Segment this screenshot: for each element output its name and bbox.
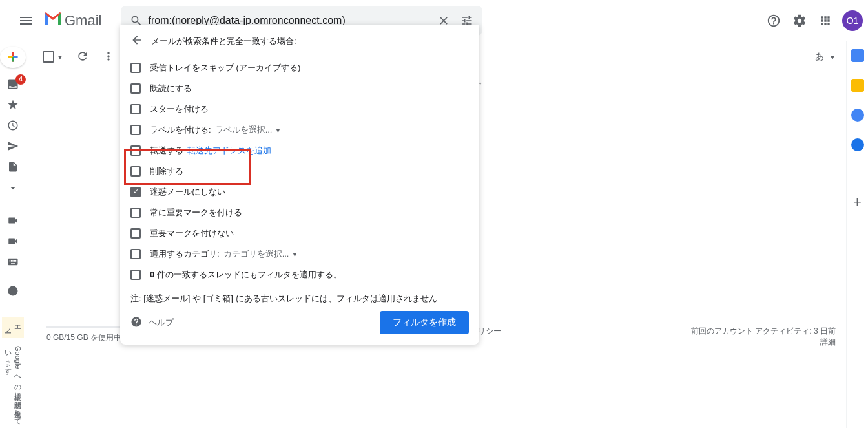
filter-title: メールが検索条件と完全一致する場合:: [151, 36, 296, 47]
input-indicator[interactable]: あ: [815, 51, 824, 63]
arrow-back-icon: [130, 34, 143, 47]
snoozed-nav[interactable]: [3, 117, 23, 134]
svg-rect-0: [8, 239, 15, 244]
keep-app[interactable]: [851, 79, 864, 92]
calendar-app[interactable]: [851, 49, 864, 62]
tasks-app[interactable]: [851, 109, 864, 122]
filter-panel: メールが検索条件と完全一致する場合: 受信トレイをスキップ (アーカイブする) …: [120, 25, 479, 345]
label-dropdown-icon[interactable]: ▼: [274, 127, 281, 134]
apply-existing-checkbox[interactable]: [130, 270, 141, 280]
keyboard-icon: [7, 256, 19, 268]
apply-existing-label: 0 件の一致するスレッドにもフィルタを適用する。: [150, 269, 342, 281]
filter-note: 注: [迷惑メール] や [ゴミ箱] にある古いスレッドには、フィルタは適用され…: [130, 293, 469, 305]
error-label: エラー: [2, 317, 24, 338]
right-sidebar: +: [846, 41, 868, 428]
apply-label-label: ラベルを付ける:: [150, 124, 211, 136]
categorize-label: 適用するカテゴリ:: [150, 248, 220, 260]
keyboard-nav[interactable]: [3, 253, 23, 270]
chevron-down-icon: [7, 182, 19, 194]
label-select[interactable]: ラベルを選択...: [215, 124, 273, 136]
starred-nav[interactable]: [3, 96, 23, 113]
select-dropdown[interactable]: ▼: [57, 54, 63, 61]
inbox-badge: 4: [16, 74, 26, 85]
help-link[interactable]: ヘルプ: [149, 317, 174, 328]
sent-nav[interactable]: [3, 138, 23, 155]
main-menu-button[interactable]: [10, 5, 41, 36]
skip-inbox-checkbox[interactable]: [130, 63, 141, 73]
hamburger-icon: [18, 13, 34, 28]
connection-msg: Google への接続に問題が発生しています: [3, 346, 23, 428]
support-button[interactable]: [761, 8, 787, 34]
always-important-label: 常に重要マークを付ける: [150, 207, 242, 219]
clock-icon: [7, 120, 19, 131]
details-link[interactable]: 詳細: [691, 337, 836, 348]
back-button[interactable]: [130, 34, 143, 48]
more-nav[interactable]: [3, 180, 23, 197]
create-filter-button[interactable]: フィルタを作成: [380, 311, 469, 334]
category-dropdown-icon[interactable]: ▼: [291, 251, 298, 258]
drafts-nav[interactable]: [3, 158, 23, 175]
help-circle-icon: [130, 316, 142, 328]
mark-read-checkbox[interactable]: [130, 83, 141, 94]
activity-text: 前回のアカウント アクティビティ: 3 日前: [691, 326, 836, 337]
apps-grid-icon: [819, 14, 832, 27]
plus-icon: [5, 48, 21, 65]
footer-activity: 前回のアカウント アクティビティ: 3 日前 詳細: [691, 326, 836, 348]
more-vert-icon: [102, 50, 115, 63]
help-icon[interactable]: [130, 316, 142, 330]
hangouts-nav[interactable]: [3, 283, 23, 299]
gmail-logo-text: Gmail: [65, 12, 101, 29]
chat-icon: [7, 285, 19, 297]
skip-inbox-label: 受信トレイをスキップ (アーカイブする): [150, 62, 300, 74]
never-spam-checkbox[interactable]: [130, 187, 141, 197]
gear-icon: [792, 14, 807, 28]
refresh-button[interactable]: [76, 50, 89, 65]
always-important-checkbox[interactable]: [130, 208, 141, 218]
star-icon: [7, 99, 19, 111]
left-sidebar: 4 エラー Google への接続に問題が発生しています: [0, 41, 26, 428]
send-icon: [7, 140, 19, 152]
input-dropdown[interactable]: ▼: [829, 54, 836, 61]
meet-new-nav[interactable]: [3, 212, 23, 229]
more-button[interactable]: [102, 50, 115, 65]
add-app-button[interactable]: +: [853, 194, 862, 211]
never-important-checkbox[interactable]: [130, 228, 141, 239]
gmail-logo[interactable]: Gmail: [44, 12, 101, 30]
category-select[interactable]: カテゴリを選択...: [223, 248, 289, 260]
compose-button[interactable]: [0, 47, 26, 68]
meet-join-nav[interactable]: [3, 233, 23, 250]
help-icon: [767, 14, 781, 28]
mark-read-label: 既読にする: [150, 83, 192, 94]
never-spam-label: 迷惑メールにしない: [150, 186, 225, 198]
settings-button[interactable]: [787, 8, 812, 34]
refresh-icon: [76, 50, 89, 63]
videocam2-icon: [7, 235, 19, 247]
inbox-nav[interactable]: 4: [3, 76, 23, 92]
svg-point-1: [8, 286, 18, 296]
file-icon: [7, 161, 19, 173]
videocam-icon: [7, 215, 19, 226]
star-label: スターを付ける: [150, 103, 209, 115]
categorize-checkbox[interactable]: [130, 249, 141, 259]
star-checkbox[interactable]: [130, 104, 141, 114]
gmail-m-icon: [44, 12, 62, 30]
account-avatar[interactable]: O1: [842, 10, 863, 31]
apps-button[interactable]: [812, 8, 838, 34]
highlight-annotation: [124, 149, 251, 185]
storage-text: 0 GB/15 GB を使用中: [46, 333, 121, 342]
never-important-label: 重要マークを付けない: [150, 228, 234, 239]
select-all-checkbox[interactable]: [43, 51, 54, 63]
contacts-app[interactable]: [851, 138, 864, 151]
apply-label-checkbox[interactable]: [130, 125, 141, 135]
